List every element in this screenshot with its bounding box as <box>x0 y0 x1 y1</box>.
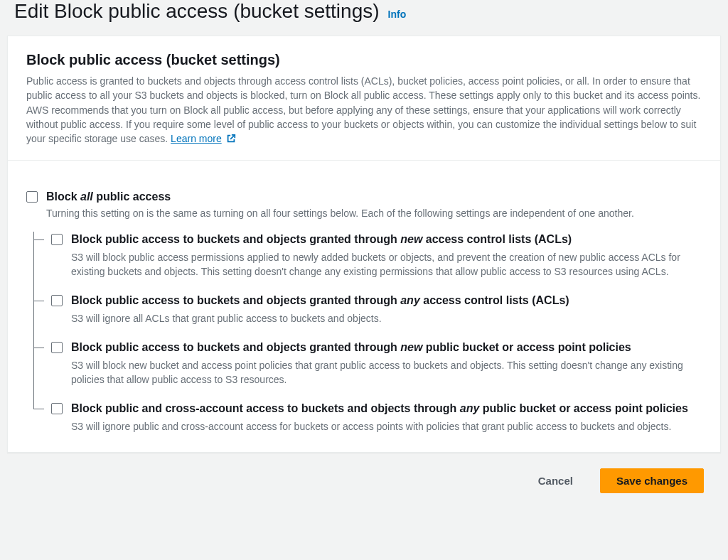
cancel-button[interactable]: Cancel <box>523 468 589 493</box>
option-row: Block public access to buckets and objec… <box>51 293 702 325</box>
page-title: Edit Block public access (bucket setting… <box>14 0 380 23</box>
label-segment: Block public access to buckets and objec… <box>71 294 400 306</box>
option-row: Block public access to buckets and objec… <box>51 340 702 387</box>
option-description: S3 will ignore all ACLs that grant publi… <box>71 311 569 325</box>
option-text: Block public access to buckets and objec… <box>71 293 569 325</box>
label-segment: public access <box>93 190 171 203</box>
panel-description: Public access is granted to buckets and … <box>26 74 702 147</box>
block-any-acls-checkbox[interactable] <box>51 295 63 306</box>
option-text: Block public access to buckets and objec… <box>71 340 702 387</box>
label-segment: public bucket or access point policies <box>422 341 631 353</box>
block-all-text: Block all public access <box>46 189 171 205</box>
label-segment-em: any <box>400 294 420 306</box>
option-row: Block public and cross-account access to… <box>51 401 702 434</box>
panel-description-text: Public access is granted to buckets and … <box>26 75 700 144</box>
option-label: Block public access to buckets and objec… <box>71 340 702 355</box>
info-link[interactable]: Info <box>388 9 407 20</box>
footer-actions: Cancel Save changes <box>0 453 728 493</box>
save-changes-button[interactable]: Save changes <box>600 468 704 493</box>
block-all-checkbox[interactable] <box>26 191 38 203</box>
label-segment-em: any <box>460 402 480 414</box>
child-option-3: Block public access to buckets and objec… <box>34 340 702 401</box>
label-segment: public bucket or access point policies <box>479 402 687 414</box>
option-label: Block public and cross-account access to… <box>71 401 688 416</box>
label-segment-em: new <box>400 341 422 353</box>
label-segment-em: new <box>400 233 422 245</box>
page-header: Edit Block public access (bucket setting… <box>0 0 728 36</box>
block-all-label: Block all public access <box>46 189 171 205</box>
block-any-policies-checkbox[interactable] <box>51 403 63 414</box>
option-description: S3 will block public access permissions … <box>71 250 702 279</box>
label-segment: Block public and cross-account access to… <box>71 402 460 414</box>
block-all-description: Turning this setting on is the same as t… <box>46 208 702 219</box>
option-label: Block public access to buckets and objec… <box>71 293 569 308</box>
option-text: Block public and cross-account access to… <box>71 401 688 434</box>
settings-panel: Block public access (bucket settings) Pu… <box>7 36 721 453</box>
option-text: Block public access to buckets and objec… <box>71 232 702 279</box>
child-option-1: Block public access to buckets and objec… <box>34 232 702 293</box>
label-segment: access control lists (ACLs) <box>422 233 572 245</box>
label-segment: Block <box>46 190 80 203</box>
label-segment: Block public access to buckets and objec… <box>71 233 400 245</box>
panel-body: Block all public access Turning this set… <box>8 161 720 452</box>
label-segment: access control lists (ACLs) <box>420 294 569 306</box>
block-new-policies-checkbox[interactable] <box>51 342 63 353</box>
child-option-2: Block public access to buckets and objec… <box>34 293 702 340</box>
external-link-icon <box>226 133 236 147</box>
label-segment: Block public access to buckets and objec… <box>71 341 400 353</box>
panel-header: Block public access (bucket settings) Pu… <box>8 36 720 161</box>
block-new-acls-checkbox[interactable] <box>51 234 63 245</box>
option-description: S3 will block new bucket and access poin… <box>71 358 702 387</box>
panel-title: Block public access (bucket settings) <box>26 52 702 68</box>
child-option-4: Block public and cross-account access to… <box>34 401 702 434</box>
child-options: Block public access to buckets and objec… <box>33 232 702 434</box>
block-all-option: Block all public access <box>26 189 702 205</box>
label-segment-em: all <box>80 190 93 203</box>
learn-more-link[interactable]: Learn more <box>171 133 222 144</box>
option-label: Block public access to buckets and objec… <box>71 232 702 247</box>
option-row: Block public access to buckets and objec… <box>51 232 702 279</box>
option-description: S3 will ignore public and cross-account … <box>71 419 688 434</box>
